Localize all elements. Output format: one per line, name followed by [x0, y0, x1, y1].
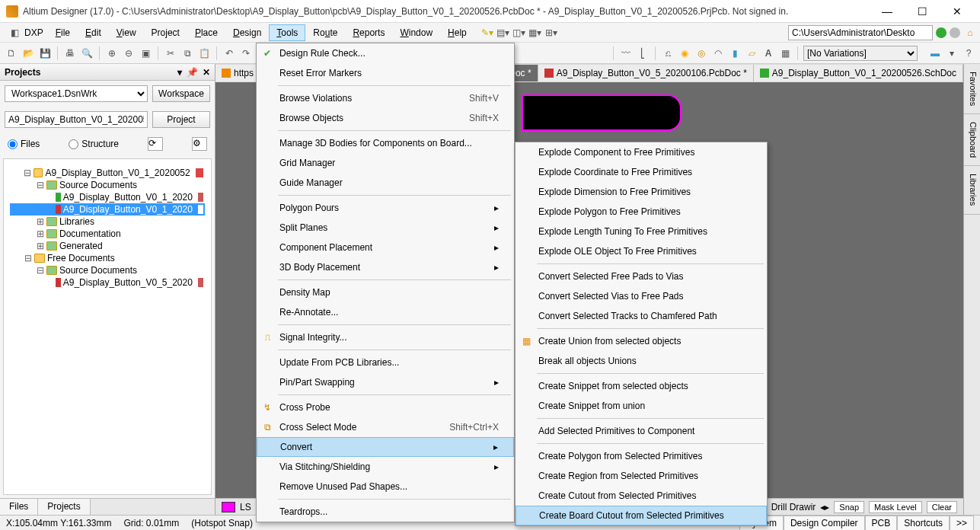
panel-close-icon[interactable]: ✕: [203, 67, 210, 78]
menu-explode-dimension[interactable]: Explode Dimension to Free Primitives: [516, 182, 767, 202]
menu-tools[interactable]: Tools: [269, 24, 305, 41]
text-icon[interactable]: A: [761, 46, 775, 60]
workspace-button[interactable]: Workspace: [152, 85, 210, 102]
menu-manage-3d[interactable]: Manage 3D Bodies for Components on Board…: [257, 133, 514, 153]
select-icon[interactable]: ◫▾: [512, 26, 526, 40]
tab-files[interactable]: Files: [0, 498, 38, 515]
options-icon[interactable]: ⚙: [192, 137, 207, 151]
display-icon[interactable]: ▬: [928, 46, 942, 60]
menu-3d-body-placement[interactable]: 3D Body Placement▸: [257, 257, 514, 277]
menu-guide-manager[interactable]: Guide Manager: [257, 173, 514, 193]
project-field[interactable]: [5, 111, 148, 128]
status-pcb[interactable]: PCB: [865, 516, 898, 531]
dxp-menu[interactable]: ◧ DXP: [3, 26, 48, 40]
panel-pin-icon[interactable]: 📌: [187, 67, 198, 78]
project-button[interactable]: Project: [152, 111, 210, 128]
paste-icon[interactable]: 📋: [197, 46, 211, 60]
cut-icon[interactable]: ✂: [164, 46, 177, 60]
menu-via-stitching[interactable]: Via Stitching/Shielding▸: [257, 457, 514, 477]
status-compiler[interactable]: Design Compiler: [784, 516, 865, 531]
menu-teardrops[interactable]: Teardrops...: [257, 502, 514, 522]
menu-view[interactable]: View: [109, 24, 144, 41]
menu-pin-swapping[interactable]: Pin/Part Swapping▸: [257, 372, 514, 392]
net-icon[interactable]: ⎌: [661, 46, 675, 60]
tab-home[interactable]: https: [215, 65, 260, 81]
tree-doc3[interactable]: A9_Display_Button_V0_5_2020: [63, 277, 193, 288]
menu-explode-length[interactable]: Explode Length Tuning To Free Primitives: [516, 222, 767, 241]
path-combobox[interactable]: C:\Users\Administrator\Deskto: [788, 25, 933, 40]
menu-pads-to-vias[interactable]: Convert Selected Free Pads to Vias: [516, 267, 767, 286]
menu-remove-pads[interactable]: Remove Unused Pad Shapes...: [257, 477, 514, 496]
menu-explode-ole[interactable]: Explode OLE Object To Free Primitives: [516, 241, 767, 261]
menu-reset-errors[interactable]: Reset Error Markers: [257, 63, 514, 83]
menu-cross-select[interactable]: ⧉Cross Select ModeShift+Ctrl+X: [257, 417, 514, 437]
clear-button[interactable]: Clear: [927, 501, 957, 513]
menu-snippet-union[interactable]: Create Snippet from union: [516, 396, 767, 416]
3d-icon[interactable]: ▾: [945, 46, 959, 60]
menu-create-union[interactable]: ▦Create Union from selected objects: [516, 331, 767, 351]
save-icon[interactable]: 💾: [38, 46, 52, 60]
tree-srcdocs2[interactable]: Source Documents: [59, 265, 137, 276]
home-icon[interactable]: ⌂: [963, 26, 977, 40]
menu-explode-component[interactable]: Explode Component to Free Primitives: [516, 142, 767, 162]
menu-explode-polygon[interactable]: Explode Polygon to Free Primitives: [516, 202, 767, 222]
menu-density-map[interactable]: Density Map: [257, 283, 514, 302]
copy-icon[interactable]: ⧉: [180, 46, 194, 60]
nav-fwd-icon[interactable]: [950, 27, 960, 38]
arc-icon[interactable]: ◠: [711, 46, 725, 60]
structure-radio[interactable]: Structure: [69, 139, 119, 149]
menu-help[interactable]: Help: [440, 24, 474, 41]
route-icon[interactable]: 〰: [619, 46, 633, 60]
menu-grid-manager[interactable]: Grid Manager: [257, 153, 514, 173]
new-icon[interactable]: 🗋: [5, 46, 18, 60]
workspace-select[interactable]: Workspace1.DsnWrk: [5, 85, 148, 102]
pencil-icon[interactable]: ✎▾: [480, 26, 494, 40]
panel-dropdown-icon[interactable]: ▾: [177, 67, 182, 78]
snap-button[interactable]: Snap: [834, 501, 864, 513]
project-tree[interactable]: ⊟A9_Display_Button_V0_1_2020052 ⊟Source …: [8, 164, 206, 292]
sidebar-favorites[interactable]: Favorites: [964, 64, 980, 114]
menu-browse-objects[interactable]: Browse ObjectsShift+X: [257, 108, 514, 128]
tree-doc2[interactable]: A9_Display_Button_V0_1_2020: [63, 204, 193, 215]
layer-icon[interactable]: ▦▾: [528, 26, 542, 40]
tree-doc1[interactable]: A9_Display_Button_V0_1_2020: [63, 192, 193, 203]
tree-free[interactable]: Free Documents: [47, 253, 115, 263]
menu-drc[interactable]: ✔Design Rule Check...: [257, 43, 514, 63]
layer-drill[interactable]: Drill Drawir: [771, 502, 816, 512]
layer-nav-icon[interactable]: ◂▸: [820, 502, 829, 512]
misc-icon[interactable]: ▦: [778, 46, 792, 60]
maximize-button[interactable]: ☐: [911, 5, 933, 18]
menu-create-polygon[interactable]: Create Polygon from Selected Primitives: [516, 446, 767, 466]
pad-icon[interactable]: ◉: [678, 46, 691, 60]
variations-select[interactable]: [No Variations]: [803, 46, 918, 61]
menu-add-to-component[interactable]: Add Selected Primitives to Component: [516, 421, 767, 441]
grid-icon[interactable]: ⊞▾: [544, 26, 558, 40]
tree-docu[interactable]: Documentation: [59, 228, 121, 239]
layer-ls[interactable]: LS: [240, 502, 251, 512]
status-more[interactable]: >>: [950, 516, 974, 531]
menu-update-libraries[interactable]: Update From PCB Libraries...: [257, 353, 514, 372]
menu-break-unions[interactable]: Break all objects Unions: [516, 351, 767, 371]
menu-polygon-pours[interactable]: Polygon Pours▸: [257, 198, 514, 218]
menu-place[interactable]: Place: [187, 24, 225, 41]
redo-icon[interactable]: ↷: [239, 46, 253, 60]
menu-create-snippet[interactable]: Create Snippet from selected objects: [516, 376, 767, 396]
sidebar-libraries[interactable]: Libraries: [964, 166, 980, 214]
menu-file[interactable]: File: [48, 24, 78, 41]
help-icon[interactable]: ?: [962, 46, 975, 60]
menu-edit[interactable]: Edit: [78, 24, 109, 41]
menu-split-planes[interactable]: Split Planes▸: [257, 218, 514, 238]
fit-icon[interactable]: ▣: [139, 46, 152, 60]
print-icon[interactable]: 🖶: [63, 46, 77, 60]
zoom-icon[interactable]: ⊕: [105, 46, 119, 60]
menu-design[interactable]: Design: [225, 24, 269, 41]
poly-icon[interactable]: ▱: [745, 46, 758, 60]
route2-icon[interactable]: ⎣: [636, 46, 650, 60]
tab-pcb2[interactable]: A9_Display_Button_V0_5_20200106.PcbDoc *: [538, 65, 754, 81]
filter-icon[interactable]: ▤▾: [496, 26, 510, 40]
tab-projects[interactable]: Projects: [38, 498, 90, 515]
menu-window[interactable]: Window: [392, 24, 440, 41]
tree-srcdocs[interactable]: Source Documents: [59, 180, 137, 190]
tree-gen[interactable]: Generated: [59, 241, 103, 251]
menu-vias-to-pads[interactable]: Convert Selected Vias to Free Pads: [516, 286, 767, 306]
